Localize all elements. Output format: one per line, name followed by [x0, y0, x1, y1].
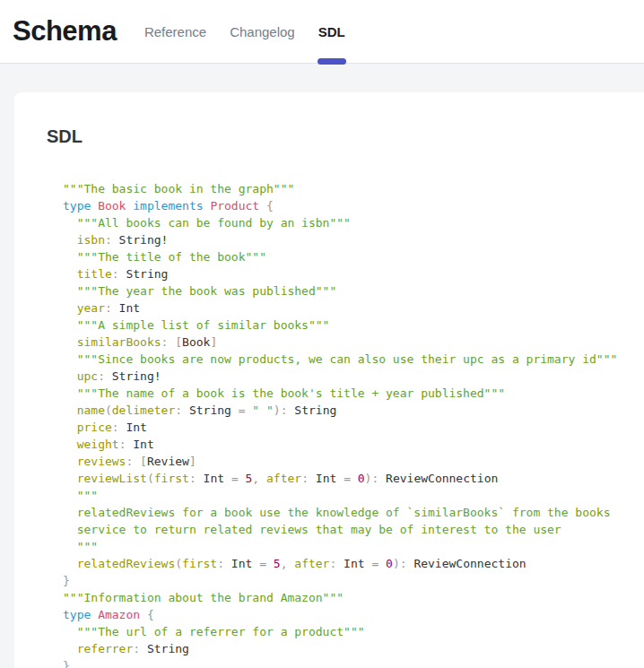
code-line: similarBooks: [Book] — [63, 334, 644, 351]
content-card: SDL """The basic book in the graph"""typ… — [14, 92, 644, 668]
tab-reference[interactable]: Reference — [133, 0, 218, 63]
code-line: upc: String! — [63, 368, 644, 385]
page-header: Schema Reference Changelog SDL — [0, 0, 644, 64]
code-line: price: Int — [63, 419, 644, 436]
code-line: """The title of the book""" — [63, 248, 644, 265]
code-line: } — [63, 572, 644, 589]
code-line: service to return related reviews that m… — [63, 521, 644, 538]
code-line: relatedReviews for a book use the knowle… — [63, 504, 644, 521]
code-line: reviewList(first: Int = 5, after: Int = … — [63, 470, 644, 487]
code-line: """Since books are now products, we can … — [63, 351, 644, 368]
tab-sdl[interactable]: SDL — [307, 0, 357, 63]
code-line: """The basic book in the graph""" — [63, 180, 644, 197]
code-line: type Book implements Product { — [63, 197, 644, 214]
code-line: """ — [63, 487, 644, 504]
code-line: """All books can be found by an isbn""" — [63, 214, 644, 231]
sdl-heading: SDL — [47, 126, 644, 147]
page-title: Schema — [13, 15, 117, 48]
code-line: name(delimeter: String = " "): String — [63, 402, 644, 419]
sdl-code-block: """The basic book in the graph"""type Bo… — [63, 180, 644, 668]
code-line: type Amazon { — [63, 606, 644, 623]
code-line: year: Int — [63, 299, 644, 317]
code-line: """Information about the brand Amazon""" — [63, 589, 644, 606]
page-body: SDL """The basic book in the graph"""typ… — [0, 64, 644, 668]
code-line: """The name of a book is the book's titl… — [63, 385, 644, 402]
code-line: isbn: String! — [63, 231, 644, 248]
code-line: weight: Int — [63, 436, 644, 453]
tab-changelog[interactable]: Changelog — [218, 0, 307, 63]
code-line: title: String — [63, 265, 644, 282]
code-line: reviews: [Review] — [63, 453, 644, 470]
code-line: } — [63, 657, 644, 668]
code-line: referrer: String — [63, 640, 644, 657]
code-line: """The url of a referrer for a product""… — [63, 623, 644, 640]
code-line: relatedReviews(first: Int = 5, after: In… — [63, 555, 644, 572]
code-line: """ — [63, 538, 644, 555]
schema-tabs: Reference Changelog SDL — [133, 0, 357, 63]
code-line: """The year the book was published""" — [63, 282, 644, 299]
code-line: """A simple list of similar books""" — [63, 317, 644, 334]
